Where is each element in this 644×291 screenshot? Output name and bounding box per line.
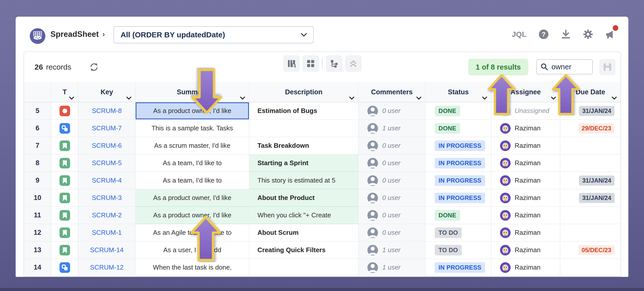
issue-key-cell[interactable]: SCRUM-1 <box>78 224 136 242</box>
summary-cell[interactable]: As a product owner, I'd like <box>136 189 249 207</box>
assignee-cell[interactable]: Raziman <box>491 172 560 189</box>
column-header-status[interactable]: Status <box>426 82 491 102</box>
commenters-cell[interactable]: 0 user <box>359 224 426 242</box>
column-sort-chevron-icon[interactable] <box>126 96 132 100</box>
description-cell[interactable]: Creating Quick Filters <box>249 242 359 259</box>
due-date-cell[interactable] <box>560 259 621 276</box>
summary-cell[interactable]: As a team, I'd like to <box>136 172 249 189</box>
due-date-cell[interactable] <box>560 137 621 155</box>
commenters-cell[interactable]: 0 user <box>359 155 426 172</box>
status-cell[interactable]: DONE <box>426 207 491 224</box>
summary-cell[interactable]: As a user, I can add <box>136 242 249 259</box>
status-cell[interactable]: IN PROGRESS <box>426 137 491 155</box>
issue-key-link[interactable]: SCRUM-6 <box>92 142 122 150</box>
issue-type-cell[interactable] <box>51 242 78 259</box>
refresh-icon[interactable] <box>89 62 100 73</box>
issue-type-cell[interactable] <box>51 172 78 189</box>
issue-key-link[interactable]: SCRUM-8 <box>92 107 122 115</box>
status-cell[interactable]: DONE <box>426 120 491 137</box>
issue-key-cell[interactable]: SCRUM-6 <box>78 137 136 155</box>
download-icon[interactable] <box>561 29 571 39</box>
column-sort-chevron-icon[interactable] <box>551 96 556 100</box>
issue-type-cell[interactable] <box>51 224 78 242</box>
description-cell[interactable]: When you click "+ Create <box>249 207 359 224</box>
row-number[interactable]: 6 <box>24 120 51 137</box>
issue-key-link[interactable]: SCRUM-14 <box>90 246 124 254</box>
assignee-cell[interactable]: Raziman <box>491 224 560 242</box>
issue-key-cell[interactable]: SCRUM-8 <box>78 102 136 120</box>
description-cell[interactable]: Task Breakdown <box>249 137 359 155</box>
row-number[interactable]: 13 <box>24 242 51 259</box>
jql-button[interactable]: JQL <box>512 30 526 39</box>
description-cell[interactable] <box>249 259 359 276</box>
description-cell[interactable]: Starting a Sprint <box>249 155 359 172</box>
due-date-cell[interactable] <box>560 207 621 224</box>
commenters-cell[interactable]: 0 user <box>359 207 426 224</box>
collapse-all-button[interactable] <box>345 55 362 72</box>
assignee-cell[interactable]: Raziman <box>491 137 560 155</box>
save-filter-button[interactable] <box>599 59 616 75</box>
column-header-description[interactable]: Description <box>249 82 359 102</box>
announcements-button[interactable] <box>605 29 615 39</box>
filter-dropdown[interactable]: All (ORDER BY updatedDate) <box>113 26 314 43</box>
assignee-cell[interactable]: Raziman <box>491 189 560 207</box>
description-cell[interactable]: About the Product <box>249 189 359 207</box>
commenters-cell[interactable]: 1 user <box>359 242 426 259</box>
row-number[interactable]: 11 <box>24 207 51 224</box>
column-sort-chevron-icon[interactable] <box>611 96 617 100</box>
issue-key-cell[interactable]: SCRUM-3 <box>78 189 136 207</box>
issue-key-link[interactable]: SCRUM-1 <box>92 229 122 237</box>
issue-type-cell[interactable] <box>51 189 78 207</box>
issue-key-link[interactable]: SCRUM-4 <box>92 177 122 184</box>
issue-type-cell[interactable] <box>51 102 78 120</box>
due-date-cell[interactable] <box>560 155 621 172</box>
summary-cell[interactable]: As a product owner, I'd like <box>136 207 249 224</box>
description-cell[interactable] <box>249 120 359 137</box>
summary-cell[interactable]: As an Agile team, I'd like to <box>136 224 249 242</box>
assignee-cell[interactable]: Raziman <box>491 120 560 137</box>
column-sort-chevron-icon[interactable] <box>416 96 422 100</box>
assignee-cell[interactable]: Raziman <box>491 155 560 172</box>
status-cell[interactable]: TO DO <box>426 224 491 242</box>
row-number[interactable]: 8 <box>24 155 51 172</box>
issue-type-cell[interactable] <box>51 137 78 155</box>
commenters-cell[interactable]: 0 user <box>359 189 426 207</box>
issue-key-cell[interactable]: SCRUM-12 <box>78 259 136 276</box>
row-number[interactable]: 9 <box>24 172 51 189</box>
commenters-cell[interactable]: 0 user <box>359 172 426 189</box>
column-sort-chevron-icon[interactable] <box>69 96 74 100</box>
issue-key-link[interactable]: SCRUM-5 <box>92 159 122 167</box>
status-cell[interactable]: IN PROGRESS <box>426 172 491 189</box>
column-header-due[interactable]: Due Date <box>560 82 621 102</box>
row-number[interactable]: 12 <box>24 224 51 242</box>
due-date-cell[interactable]: 31/JAN/24 <box>560 172 621 189</box>
issue-key-link[interactable]: SCRUM-2 <box>92 211 122 219</box>
commenters-cell[interactable]: 0 user <box>359 102 426 120</box>
status-cell[interactable]: IN PROGRESS <box>426 259 491 276</box>
issue-type-cell[interactable] <box>51 120 78 137</box>
commenters-cell[interactable]: 0 user <box>359 137 426 155</box>
summary-cell[interactable]: As a product owner, I'd like <box>136 102 249 120</box>
assignee-cell[interactable]: Raziman <box>491 207 560 224</box>
issue-key-cell[interactable]: SCRUM-7 <box>78 120 136 137</box>
issue-key-cell[interactable]: SCRUM-5 <box>78 155 136 172</box>
row-number[interactable]: 10 <box>24 189 51 207</box>
due-date-cell[interactable]: 31/JAN/24 <box>560 189 621 207</box>
help-icon[interactable]: ? <box>539 29 549 39</box>
summary-cell[interactable]: As a scrum master, I'd like <box>136 137 249 155</box>
column-header-type[interactable]: T <box>51 82 78 102</box>
gear-icon[interactable] <box>583 29 593 39</box>
commenters-cell[interactable]: 1 user <box>359 120 426 137</box>
column-header-commenters[interactable]: Commenters <box>359 82 426 102</box>
summary-cell[interactable]: As a team, I'd like to <box>136 155 249 172</box>
due-date-cell[interactable] <box>560 224 621 242</box>
status-cell[interactable]: IN PROGRESS <box>426 189 491 207</box>
issue-key-link[interactable]: SCRUM-3 <box>92 194 122 202</box>
row-number[interactable]: 5 <box>24 102 51 120</box>
issue-key-link[interactable]: SCRUM-12 <box>90 264 124 271</box>
column-header-assignee[interactable]: Assignee <box>491 82 560 102</box>
summary-cell[interactable]: This is a sample task. Tasks <box>136 120 249 137</box>
tree-view-button[interactable] <box>326 55 342 72</box>
assignee-cell[interactable]: Raziman <box>491 259 560 276</box>
column-sort-chevron-icon[interactable] <box>349 96 355 100</box>
